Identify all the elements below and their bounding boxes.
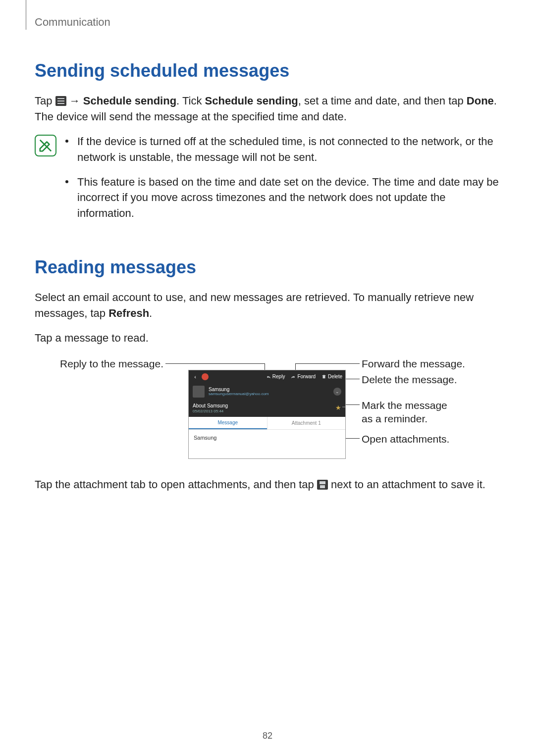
note-item-2: This feature is based on the time and da… bbox=[65, 174, 500, 222]
trash-icon bbox=[321, 374, 326, 379]
subject-date: 05/02/2013 05:44 bbox=[193, 409, 228, 414]
forward-button[interactable]: Forward bbox=[288, 374, 319, 379]
forward-label: Forward bbox=[297, 374, 316, 379]
paragraph-retrieve: Select an email account to use, and new … bbox=[35, 290, 500, 321]
page-number: 82 bbox=[0, 731, 535, 741]
callout-mark-line2: as a reminder. bbox=[362, 413, 428, 424]
reply-label: Reply bbox=[272, 374, 285, 379]
email-toolbar: ‹ Reply Forward Delete bbox=[189, 370, 345, 383]
text: , set a time and date, and then tap bbox=[298, 95, 467, 107]
avatar bbox=[193, 386, 205, 398]
tab-message[interactable]: Message bbox=[189, 417, 267, 429]
text: Select an email account to use, and new … bbox=[35, 291, 474, 319]
bold-refresh: Refresh bbox=[108, 307, 149, 319]
text: Tap bbox=[35, 95, 55, 107]
callout-forward: Forward the message. bbox=[362, 357, 465, 370]
running-head: Communication bbox=[35, 16, 500, 29]
text: Tap the attachment tab to open attachmen… bbox=[35, 478, 317, 491]
callout-open-attachments: Open attachments. bbox=[362, 432, 449, 446]
forward-icon bbox=[291, 374, 296, 379]
text: . Tick bbox=[176, 95, 205, 107]
message-body: Samsung bbox=[189, 430, 345, 446]
subject-row: About Samsung 05/02/2013 05:44 ★ bbox=[189, 400, 345, 417]
reply-button[interactable]: Reply bbox=[263, 374, 288, 379]
save-icon bbox=[317, 480, 328, 490]
note-block: If the device is turned off at the sched… bbox=[35, 134, 500, 230]
callout-mark-line1: Mark the message bbox=[362, 400, 447, 411]
delete-button[interactable]: Delete bbox=[319, 374, 345, 379]
star-icon[interactable]: ★ bbox=[335, 404, 341, 411]
note-item-1: If the device is turned off at the sched… bbox=[65, 134, 500, 165]
annotated-screenshot: Reply to the message. Forward the messag… bbox=[35, 355, 500, 464]
callout-delete: Delete the message. bbox=[362, 373, 457, 386]
bold-schedule-sending-1: Schedule sending bbox=[83, 95, 176, 107]
bold-schedule-sending-2: Schedule sending bbox=[205, 95, 298, 107]
paragraph-tap-message: Tap a message to read. bbox=[35, 330, 500, 346]
expand-icon[interactable]: ⌄ bbox=[333, 388, 341, 396]
delete-label: Delete bbox=[328, 374, 342, 379]
text: . bbox=[149, 307, 152, 319]
text: next to an attachment to save it. bbox=[328, 478, 485, 491]
account-dot-icon[interactable] bbox=[202, 373, 209, 380]
email-screenshot: ‹ Reply Forward Delete Samsung bbox=[188, 370, 346, 459]
reply-icon bbox=[266, 374, 271, 379]
note-icon bbox=[35, 135, 56, 156]
heading-reading-messages: Reading messages bbox=[35, 257, 500, 278]
callout-reply: Reply to the message. bbox=[54, 357, 163, 370]
paragraph-attachment-save: Tap the attachment tab to open attachmen… bbox=[35, 477, 500, 493]
menu-icon bbox=[55, 96, 66, 106]
heading-sending-scheduled: Sending scheduled messages bbox=[35, 60, 500, 81]
sender-row: Samsung samsungusermanual@yahoo.com ⌄ bbox=[189, 383, 345, 400]
paragraph-schedule-sending: Tap → Schedule sending. Tick Schedule se… bbox=[35, 93, 500, 125]
bold-done: Done bbox=[467, 95, 494, 107]
tab-attachment[interactable]: Attachment 1 bbox=[267, 417, 346, 429]
arrow-icon: → bbox=[66, 95, 83, 107]
subject-text: About Samsung bbox=[193, 403, 228, 409]
message-tabs: Message Attachment 1 bbox=[189, 417, 345, 430]
back-icon[interactable]: ‹ bbox=[189, 374, 202, 380]
sender-email: samsungusermanual@yahoo.com bbox=[209, 392, 269, 397]
